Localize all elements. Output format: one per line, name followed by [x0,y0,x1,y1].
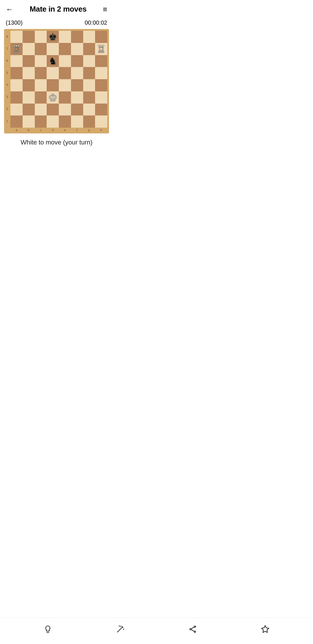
cell-e2[interactable] [59,104,71,116]
rank-label-3: 3 [5,95,9,99]
cell-e3[interactable] [59,91,71,104]
cell-e6[interactable] [59,55,71,67]
cell-a1[interactable] [10,115,23,128]
cell-b8[interactable] [23,31,35,43]
menu-button[interactable]: ≡ [103,6,107,13]
cell-f3[interactable] [71,91,83,104]
cell-a4[interactable] [10,79,23,91]
cell-a6[interactable] [10,55,23,67]
rank-label-1: 1 [5,120,9,123]
cell-g3[interactable] [83,91,95,104]
cell-a3[interactable] [10,91,23,104]
cell-a2[interactable] [10,104,23,116]
cell-c7[interactable] [35,43,47,55]
white-rook-h7-piece[interactable]: ♖ [97,44,105,54]
cell-f8[interactable] [71,31,83,43]
cell-h2[interactable] [95,104,107,116]
cell-d6[interactable]: ♞ [47,55,59,67]
file-label-f: f [71,128,83,132]
cell-h8[interactable] [95,31,107,43]
cell-e1[interactable] [59,115,71,128]
rank-label-6: 6 [5,59,9,62]
cell-g8[interactable] [83,31,95,43]
cell-a8[interactable] [10,31,23,43]
board-outer: 8 7 6 5 4 3 2 1 ♚♖♖♞♔ a b c d e f g h [4,29,109,133]
cell-b1[interactable] [23,115,35,128]
cell-b7[interactable] [23,43,35,55]
cell-d8[interactable]: ♚ [47,31,59,43]
rank-label-4: 4 [5,83,9,86]
cell-a7[interactable]: ♖ [10,43,23,55]
cell-f5[interactable] [71,67,83,79]
cell-c4[interactable] [35,79,47,91]
cell-b6[interactable] [23,55,35,67]
file-label-b: b [23,128,35,132]
cell-f1[interactable] [71,115,83,128]
cell-e7[interactable] [59,43,71,55]
file-label-c: c [35,128,47,132]
rank-label-2: 2 [5,107,9,111]
cell-c6[interactable] [35,55,47,67]
cell-h5[interactable] [95,67,107,79]
cell-h1[interactable] [95,115,107,128]
cell-h4[interactable] [95,79,107,91]
cell-f2[interactable] [71,104,83,116]
cell-d3[interactable]: ♔ [47,91,59,104]
file-label-h: h [95,128,107,132]
cell-c2[interactable] [35,104,47,116]
rating-badge: (1300) [6,19,23,26]
white-rook-a7-piece[interactable]: ♖ [12,44,21,54]
cell-g7[interactable] [83,43,95,55]
cell-g6[interactable] [83,55,95,67]
cell-c1[interactable] [35,115,47,128]
status-text: White to move (your turn) [0,133,113,149]
cell-d2[interactable] [47,104,59,116]
rank-label-7: 7 [5,47,9,50]
file-labels: a b c d e f g h [10,128,107,132]
cell-a5[interactable] [10,67,23,79]
back-button[interactable]: ← [6,6,13,13]
cell-e4[interactable] [59,79,71,91]
cell-e5[interactable] [59,67,71,79]
black-knight-piece[interactable]: ♞ [48,56,57,66]
cell-c8[interactable] [35,31,47,43]
info-row: (1300) 00:00:02 [0,18,113,29]
cell-h6[interactable] [95,55,107,67]
cell-g1[interactable] [83,115,95,128]
cell-e8[interactable] [59,31,71,43]
file-label-d: d [47,128,59,132]
cell-c3[interactable] [35,91,47,104]
cell-g4[interactable] [83,79,95,91]
cell-f7[interactable] [71,43,83,55]
cell-d4[interactable] [47,79,59,91]
cell-g2[interactable] [83,104,95,116]
rank-label-5: 5 [5,71,9,75]
header: ← Mate in 2 moves ≡ [0,0,113,18]
file-label-g: g [83,128,95,132]
cell-d1[interactable] [47,115,59,128]
cell-f6[interactable] [71,55,83,67]
cell-f4[interactable] [71,79,83,91]
chess-board[interactable]: ♚♖♖♞♔ [10,31,107,128]
white-king-piece[interactable]: ♔ [48,93,57,102]
cell-d7[interactable] [47,43,59,55]
black-king-piece[interactable]: ♚ [48,32,57,42]
rank-labels: 8 7 6 5 4 3 2 1 [5,31,9,127]
page-title: Mate in 2 moves [30,5,86,14]
file-label-a: a [10,128,23,132]
cell-b2[interactable] [23,104,35,116]
cell-b3[interactable] [23,91,35,104]
cell-c5[interactable] [35,67,47,79]
rank-label-8: 8 [5,35,9,38]
cell-d5[interactable] [47,67,59,79]
board-wrapper: 8 7 6 5 4 3 2 1 ♚♖♖♞♔ a b c d e f g h [0,29,113,133]
file-label-e: e [59,128,71,132]
timer-display: 00:00:02 [85,19,107,26]
cell-h3[interactable] [95,91,107,104]
cell-b5[interactable] [23,67,35,79]
cell-h7[interactable]: ♖ [95,43,107,55]
cell-g5[interactable] [83,67,95,79]
cell-b4[interactable] [23,79,35,91]
